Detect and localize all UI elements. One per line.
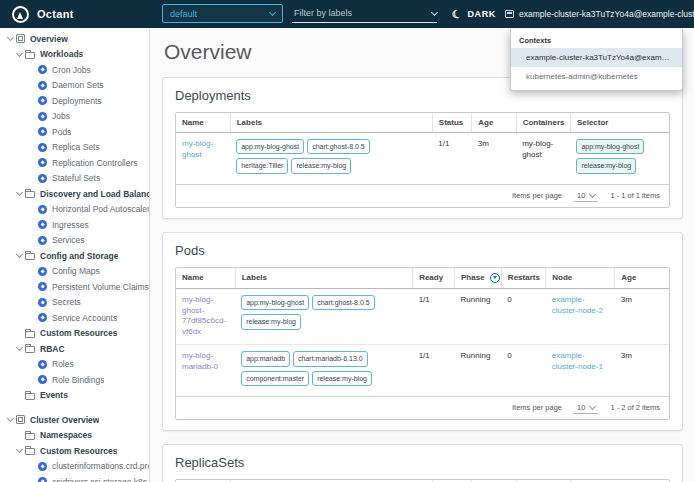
label-badge[interactable]: release:my-blog	[291, 158, 351, 173]
sidebar-item-events[interactable]: Events	[0, 388, 149, 404]
label-badge[interactable]: chart:mariadb-6.13.0	[293, 351, 368, 366]
table-row: my-blog-ghost-77df85c6cd-vf6dxapp:my-blo…	[176, 288, 669, 344]
resource-link[interactable]: example-cluster-node-2	[552, 295, 603, 315]
kubernetes-resource-icon	[38, 143, 47, 152]
label-badge[interactable]: chart:ghost-8.0.5	[312, 295, 375, 310]
sidebar-item-horizontal-pod-autoscalers[interactable]: Horizontal Pod Autoscalers	[0, 202, 149, 218]
chevron-down-icon[interactable]	[15, 251, 22, 258]
sidebar-item-jobs[interactable]: Jobs	[0, 109, 149, 125]
sidebar-item-config-and-storage[interactable]: Config and Storage	[0, 248, 149, 264]
column-header-ready: Ready	[413, 268, 455, 289]
resource-link[interactable]: my-blog-mariadb-0	[182, 351, 218, 371]
card-deployments: DeploymentsNameLabelsStatusAgeContainers…	[162, 77, 683, 219]
octant-app-window: Octant default ☾ DARK example-cluster-ka…	[0, 0, 694, 482]
sidebar-item-label: Config Maps	[52, 266, 100, 276]
sidebar-item-clusterinformations-crd-projec[interactable]: clusterinformations.crd.projec	[0, 459, 149, 475]
sidebar-item-ingresses[interactable]: Ingresses	[0, 217, 149, 233]
chevron-down-icon	[431, 8, 438, 15]
chevron-down-icon[interactable]	[15, 446, 22, 453]
chevron-down-icon[interactable]	[15, 50, 22, 57]
resource-link[interactable]: my-blog-ghost	[182, 139, 213, 159]
label-badge[interactable]: release:my-blog	[312, 371, 372, 386]
items-per-page-label: Items per page	[512, 403, 562, 412]
datagrid: NameLabelsStatusAgeContainersSelectormy-…	[175, 112, 670, 208]
label-badge[interactable]: release:my-blog	[241, 314, 301, 329]
label-badge[interactable]: component:master	[241, 371, 309, 386]
sidebar-item-services[interactable]: Services	[0, 233, 149, 249]
sidebar-item-label: Service Accounts	[52, 313, 117, 323]
folder-icon	[25, 433, 35, 440]
column-header-labels: Labels	[235, 268, 412, 289]
chevron-down-icon	[589, 403, 596, 410]
kubernetes-resource-icon	[38, 282, 47, 291]
sidebar-item-cron-jobs[interactable]: Cron Jobs	[0, 62, 149, 78]
sidebar-item-rbac[interactable]: RBAC	[0, 341, 149, 357]
chevron-down-icon[interactable]	[15, 189, 22, 196]
sidebar-item-workloads[interactable]: Workloads	[0, 47, 149, 63]
chevron-wrap	[13, 53, 25, 56]
sidebar-item-csidrivers-csi-storage-k8s-io[interactable]: csidrivers.csi.storage.k8s.io	[0, 474, 149, 482]
label-badge[interactable]: app:my-blog-ghost	[576, 139, 644, 154]
sidebar-item-role-bindings[interactable]: Role Bindings	[0, 372, 149, 388]
column-header-status: Status	[432, 113, 471, 133]
label-badge[interactable]: heritage:Tiller	[236, 158, 288, 173]
cell-status: 1/1	[432, 133, 471, 184]
chevron-wrap	[13, 347, 25, 350]
kubernetes-resource-icon	[38, 477, 47, 482]
sidebar-item-cluster-overview[interactable]: Cluster Overview	[0, 412, 149, 428]
sidebar-item-deployments[interactable]: Deployments	[0, 93, 149, 109]
sidebar-item-label: Namespaces	[40, 430, 92, 440]
sidebar-item-config-maps[interactable]: Config Maps	[0, 264, 149, 280]
sidebar-item-roles[interactable]: Roles	[0, 357, 149, 373]
kubernetes-resource-icon	[38, 267, 47, 276]
folder-icon	[25, 448, 35, 455]
sidebar-item-pods[interactable]: Pods	[0, 124, 149, 140]
sidebar-item-secrets[interactable]: Secrets	[0, 295, 149, 311]
kubernetes-resource-icon	[38, 375, 47, 384]
sidebar-item-label: Jobs	[52, 111, 70, 121]
column-header-age: Age	[472, 113, 516, 133]
resource-link[interactable]: example-cluster-node-1	[552, 351, 603, 371]
page-size-select[interactable]: 10	[574, 402, 598, 414]
context-selector[interactable]: example-cluster-ka3TuTzYo4a@example-clus…	[505, 0, 690, 28]
sidebar-item-namespaces[interactable]: Namespaces	[0, 428, 149, 444]
label-badge[interactable]: app:mariadb	[241, 351, 290, 366]
cluster-icon	[505, 10, 514, 18]
cell-restarts: 0	[501, 288, 545, 344]
theme-toggle-button[interactable]: ☾ DARK	[452, 0, 496, 28]
cell-restarts: 0	[501, 345, 545, 396]
chevron-down-icon[interactable]	[15, 344, 22, 351]
namespace-select[interactable]: default	[162, 4, 283, 23]
label-badge[interactable]: chart:ghost-8.0.5	[307, 139, 370, 154]
data-table: NameLabelsStatusAgeContainersSelectormy-…	[176, 113, 669, 184]
label-badge[interactable]: app:my-blog-ghost	[236, 139, 304, 154]
chevron-wrap	[4, 37, 16, 40]
page-size-select[interactable]: 10	[574, 190, 598, 202]
sidebar-item-discovery-and-load-balancing[interactable]: Discovery and Load Balancing	[0, 186, 149, 202]
context-item[interactable]: kubernetes-admin@kubernetes	[511, 67, 682, 86]
sidebar-item-label: Discovery and Load Balancing	[40, 189, 149, 199]
sidebar-item-custom-resources[interactable]: Custom Resources	[0, 326, 149, 342]
label-badge[interactable]: app:my-blog-ghost	[241, 295, 309, 310]
label-filter-input[interactable]	[292, 7, 412, 19]
chevron-down-icon[interactable]	[6, 415, 13, 422]
folder-icon	[25, 331, 35, 338]
label-badge[interactable]: release:my-blog	[576, 158, 636, 173]
sidebar-item-replication-controllers[interactable]: Replication Controllers	[0, 155, 149, 171]
sidebar-item-stateful-sets[interactable]: Stateful Sets	[0, 171, 149, 187]
sidebar-item-label: csidrivers.csi.storage.k8s.io	[52, 477, 149, 482]
filter-icon[interactable]	[490, 273, 500, 283]
sidebar-item-persistent-volume-claims[interactable]: Persistent Volume Claims	[0, 279, 149, 295]
items-per-page-label: Items per page	[512, 191, 562, 200]
sidebar-item-label: Cluster Overview	[30, 415, 99, 425]
column-header-name: Name	[176, 113, 230, 133]
sidebar-item-overview[interactable]: Overview	[0, 31, 149, 47]
context-item[interactable]: example-cluster-ka3TuTzYo4a@example-clu.…	[511, 48, 682, 67]
sidebar-item-custom-resources[interactable]: Custom Resources	[0, 443, 149, 459]
sidebar-item-service-accounts[interactable]: Service Accounts	[0, 310, 149, 326]
sidebar-item-daemon-sets[interactable]: Daemon Sets	[0, 78, 149, 94]
chevron-down-icon[interactable]	[6, 34, 13, 41]
sidebar-item-replica-sets[interactable]: Replica Sets	[0, 140, 149, 156]
sidebar-item-label: Custom Resources	[40, 328, 117, 338]
resource-link[interactable]: my-blog-ghost-77df85c6cd-vf6dx	[182, 295, 226, 336]
